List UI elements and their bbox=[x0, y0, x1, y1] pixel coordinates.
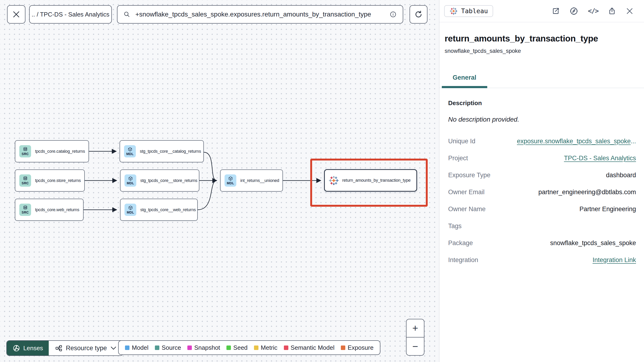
code-icon[interactable]: </> bbox=[588, 7, 598, 15]
source-chip: SRC bbox=[19, 204, 31, 216]
model-chip: MDL bbox=[124, 145, 136, 157]
zoom-control: + − bbox=[406, 319, 424, 356]
search-input[interactable] bbox=[135, 11, 384, 18]
explore-compass-icon[interactable] bbox=[570, 7, 578, 16]
chip-label: MDL bbox=[227, 181, 234, 185]
tableau-badge-label: Tableau bbox=[461, 7, 488, 15]
node-label: tpcds_core.catalog_returns bbox=[35, 149, 85, 154]
resource-type-label: Resource type bbox=[66, 344, 107, 352]
project-link[interactable]: TPC-DS - Sales Analytics bbox=[564, 155, 636, 162]
exposure-swatch bbox=[341, 345, 345, 350]
lineage-node-int-returns-unioned[interactable]: MDL int_returns__unioned bbox=[220, 169, 283, 192]
integration-link[interactable]: Integration Link bbox=[592, 256, 636, 263]
field-integration: Integration Integration Link bbox=[448, 251, 636, 268]
metric-swatch bbox=[254, 345, 258, 350]
node-label: stg_tpcds_core__store_returns bbox=[140, 178, 197, 183]
package-subtitle: snowflake_tpcds_sales_spoke bbox=[445, 48, 636, 54]
database-icon bbox=[23, 176, 28, 181]
lineage-node-source-store-returns[interactable]: SRC tpcds_core.store_returns bbox=[15, 169, 85, 192]
cube-icon bbox=[128, 176, 133, 181]
lineage-node-stg-web-returns[interactable]: MDL stg_tpcds_core__web_returns bbox=[120, 199, 198, 221]
snapshot-swatch bbox=[187, 345, 192, 350]
search-icon bbox=[124, 11, 130, 18]
aperture-icon bbox=[12, 344, 20, 352]
legend-item-metric: Metric bbox=[254, 344, 278, 351]
chip-label: MDL bbox=[126, 152, 134, 156]
lineage-node-source-catalog-returns[interactable]: SRC tpcds_core.catalog_returns bbox=[15, 140, 89, 162]
refresh-icon bbox=[414, 10, 423, 19]
node-label: stg_tpcds_core__catalog_returns bbox=[140, 149, 201, 154]
details-panel-header: Tableau </> bbox=[440, 0, 644, 22]
chip-label: MDL bbox=[127, 211, 134, 214]
field-package: Package snowflake_tpcds_sales_spoke bbox=[448, 235, 636, 251]
legend-item-semantic-model: Semantic Model bbox=[284, 344, 334, 351]
field-owner-email: Owner Email partner_engineering@dbtlabs.… bbox=[448, 184, 636, 201]
model-swatch bbox=[125, 345, 130, 350]
model-chip: MDL bbox=[124, 174, 136, 187]
close-panel-icon[interactable] bbox=[626, 7, 634, 15]
close-lineage-button[interactable] bbox=[7, 5, 26, 24]
external-link-icon[interactable] bbox=[552, 7, 560, 15]
lineage-node-stg-store-returns[interactable]: MDL stg_tpcds_core__store_returns bbox=[120, 169, 199, 192]
tableau-logo-icon bbox=[328, 175, 339, 186]
lenses-label: Lenses bbox=[23, 344, 43, 352]
node-label: tpcds_core.web_returns bbox=[35, 207, 79, 212]
description-heading: Description bbox=[448, 99, 636, 107]
lenses-toolbar: Lenses Resource type bbox=[6, 340, 123, 356]
breadcrumb-label: .. / TPC-DS - Sales Analytics bbox=[32, 11, 109, 18]
resource-legend: Model Source Snapshot Seed Metric Semant… bbox=[118, 340, 380, 355]
source-chip: SRC bbox=[19, 145, 31, 157]
refresh-lineage-button[interactable] bbox=[410, 5, 428, 24]
tab-general[interactable]: General bbox=[442, 74, 487, 88]
tableau-badge[interactable]: Tableau bbox=[444, 5, 493, 17]
model-chip: MDL bbox=[124, 204, 136, 216]
cube-icon bbox=[128, 205, 133, 210]
zoom-out-button[interactable]: − bbox=[406, 337, 424, 355]
lineage-node-exposure-selected[interactable]: return_amounts_by_transaction_type bbox=[324, 169, 417, 192]
field-unique-id: Unique Id exposure.snowflake_tpcds_sales… bbox=[448, 133, 636, 150]
legend-item-source: Source bbox=[155, 344, 181, 351]
legend-item-exposure: Exposure bbox=[341, 344, 374, 351]
lineage-canvas[interactable]: .. / TPC-DS - Sales Analytics SRC tpcds_… bbox=[0, 0, 439, 362]
field-tags: Tags bbox=[448, 218, 636, 235]
description-text: No description provided. bbox=[448, 116, 636, 123]
lenses-button[interactable]: Lenses bbox=[7, 341, 49, 355]
chevron-down-icon bbox=[110, 346, 116, 350]
database-icon bbox=[23, 205, 28, 210]
semantic-model-swatch bbox=[284, 345, 288, 350]
breadcrumb[interactable]: .. / TPC-DS - Sales Analytics bbox=[29, 5, 112, 24]
legend-item-snapshot: Snapshot bbox=[187, 344, 220, 351]
lineage-node-stg-catalog-returns[interactable]: MDL stg_tpcds_core__catalog_returns bbox=[120, 140, 204, 162]
database-icon bbox=[23, 147, 28, 152]
node-label: return_amounts_by_transaction_type bbox=[342, 178, 410, 183]
metadata-fields: Unique Id exposure.snowflake_tpcds_sales… bbox=[448, 133, 636, 268]
zoom-in-button[interactable]: + bbox=[406, 319, 424, 337]
chip-label: SRC bbox=[22, 211, 29, 214]
legend-item-seed: Seed bbox=[226, 344, 248, 351]
cube-icon bbox=[228, 176, 233, 181]
panel-actions: </> bbox=[552, 7, 634, 16]
node-label: stg_tpcds_core__web_returns bbox=[140, 207, 196, 212]
close-icon bbox=[12, 10, 20, 19]
resource-type-dropdown[interactable]: Resource type bbox=[49, 341, 123, 355]
page-title: return_amounts_by_transaction_type bbox=[445, 34, 636, 44]
field-project: Project TPC-DS - Sales Analytics bbox=[448, 150, 636, 167]
field-owner-name: Owner Name Partner Engineering bbox=[448, 201, 636, 218]
legend-item-model: Model bbox=[125, 344, 148, 351]
lineage-node-source-web-returns[interactable]: SRC tpcds_core.web_returns bbox=[15, 199, 84, 221]
dbt-explorer-lineage-app: .. / TPC-DS - Sales Analytics SRC tpcds_… bbox=[0, 0, 644, 362]
lineage-search[interactable] bbox=[117, 5, 403, 24]
source-swatch bbox=[155, 345, 159, 350]
chip-label: SRC bbox=[22, 181, 29, 185]
node-label: int_returns__unioned bbox=[240, 178, 279, 183]
panel-tabs: General bbox=[440, 74, 644, 88]
cube-icon bbox=[128, 147, 132, 152]
share-icon[interactable] bbox=[608, 7, 616, 15]
tableau-logo-icon bbox=[449, 7, 458, 15]
details-panel: Tableau </> bbox=[439, 0, 644, 362]
node-label: tpcds_core.store_returns bbox=[35, 178, 81, 183]
info-icon[interactable] bbox=[390, 11, 396, 18]
field-exposure-type: Exposure Type dashboard bbox=[448, 167, 636, 184]
unique-id-link[interactable]: exposure.snowflake_tpcds_sales_spoke bbox=[517, 138, 630, 145]
chip-label: SRC bbox=[22, 152, 29, 156]
